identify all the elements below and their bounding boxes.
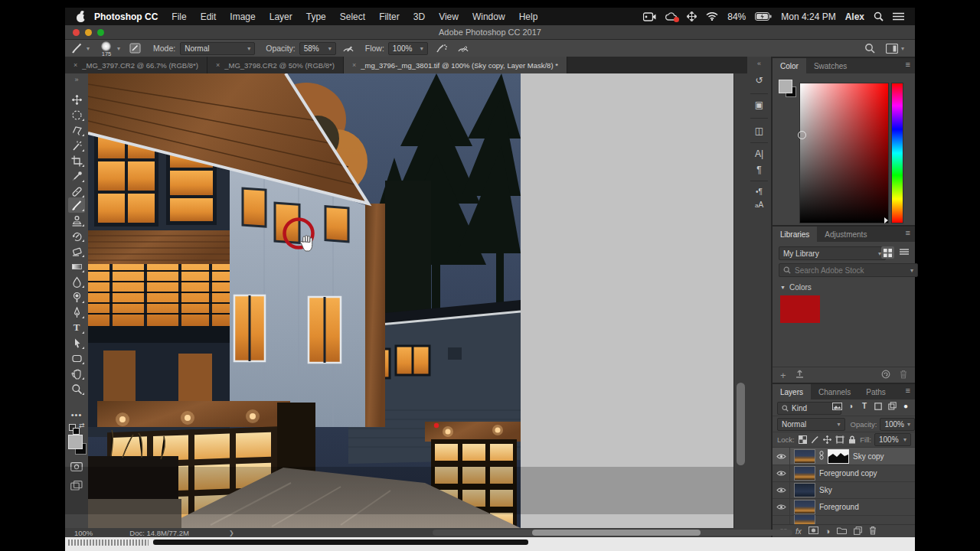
tab-color[interactable]: Color [773,58,806,73]
hand-tool[interactable] [68,366,85,381]
move-cross-icon[interactable] [687,11,697,21]
layer-opacity-select[interactable]: 100%▾ [880,418,915,431]
layer-mask-thumbnail[interactable] [828,449,849,464]
tab-paths[interactable]: Paths [858,384,893,399]
color-picker-selector[interactable] [798,131,806,139]
tab-close-icon[interactable]: × [74,61,77,69]
menu-user[interactable]: Alex [845,11,864,22]
lock-transparency-icon[interactable] [797,435,809,444]
document-tab-2[interactable]: ×_MG_3798.CR2 @ 50% (RGB/8*) [207,57,344,73]
delete-library-item-icon[interactable] [900,370,907,381]
paragraph-panel-icon[interactable]: ¶ [747,165,771,175]
panel-menu-icon[interactable]: ≡ [906,58,915,73]
new-adjustment-layer-icon[interactable]: ◑ [825,527,831,536]
delete-layer-icon[interactable] [869,526,877,536]
add-layer-mask-icon[interactable] [808,527,818,536]
layer-thumbnail[interactable] [794,500,815,514]
menu-item-file[interactable]: File [165,11,193,22]
swap-colors-icon[interactable]: ⇄ [79,422,85,429]
lock-artboard-icon[interactable] [834,435,846,444]
canvas-horizontal-scrollbar[interactable] [433,530,792,536]
pen-pressure-size-icon[interactable] [457,43,469,54]
filter-adjustment-icon[interactable]: ◑ [844,402,857,410]
tab-layers[interactable]: Layers [773,384,811,399]
list-view-icon[interactable] [897,246,910,259]
clone-stamp-tool[interactable] [68,213,85,228]
visibility-eye-icon[interactable] [773,448,790,465]
layer-row-sky-copy[interactable]: Sky copy [773,448,915,465]
tab-adjustments[interactable]: Adjustments [817,227,874,242]
menu-item-3d[interactable]: 3D [407,11,432,22]
filter-toggle-icon[interactable]: ● [900,402,912,410]
apple-menu-icon[interactable] [76,11,86,22]
hue-strip[interactable] [891,83,903,223]
brush-preset-picker[interactable]: 175 [99,41,114,56]
filter-type-icon[interactable]: T [858,402,871,410]
fill-select[interactable]: 100%▾ [874,433,911,446]
menu-clock[interactable]: Mon 4:24 PM [781,11,835,22]
eraser-tool[interactable] [68,243,85,259]
layer-row-partial[interactable] [773,515,915,524]
horizontal-scrollbar-thumb[interactable] [532,530,701,536]
layer-mask-link-icon[interactable] [819,451,824,461]
status-chevron-icon[interactable]: ❯ [229,530,234,536]
menu-item-filter[interactable]: Filter [372,11,407,22]
wifi-icon[interactable] [706,12,718,21]
menu-item-window[interactable]: Window [466,11,512,22]
upload-library-icon[interactable] [795,370,804,380]
crop-tool[interactable] [68,153,85,168]
move-tool[interactable] [68,92,85,107]
visibility-eye-icon[interactable] [773,481,790,498]
search-icon[interactable] [864,43,875,54]
brush-picker-chevron-icon[interactable]: ▾ [117,45,120,52]
quick-selection-tool[interactable] [68,138,85,153]
screen-record-icon[interactable] [643,12,656,21]
sync-library-icon[interactable] [881,370,890,381]
color-picker-gradient[interactable] [799,83,889,223]
filter-shape-icon[interactable] [872,402,884,410]
brush-tool-selected[interactable] [68,197,85,213]
colors-section-header[interactable]: ▼Colors [780,283,812,292]
layer-row-foreground-copy[interactable]: Foreground copy [773,465,915,482]
menu-item-view[interactable]: View [432,11,466,22]
new-layer-icon[interactable] [854,527,862,536]
lasso-tool[interactable] [68,122,85,138]
visibility-eye-icon[interactable] [773,465,790,481]
grid-view-icon[interactable] [881,246,894,259]
photo-house-at-dusk[interactable] [88,73,521,528]
library-select[interactable]: My Library▾ [779,246,886,260]
screen-mode-icon[interactable] [68,478,85,493]
cloud-sync-alert-icon[interactable] [665,12,678,21]
flow-select[interactable]: 100%▾ [388,42,428,55]
path-selection-tool[interactable] [68,335,85,350]
pen-pressure-opacity-icon[interactable] [342,43,354,54]
glyphs-panel-icon[interactable]: aA [747,201,771,209]
library-search-input[interactable]: Search Adobe Stock ▾ [779,263,918,277]
document-tab-1[interactable]: ×_MG_3797.CR2 @ 66.7% (RGB/8*) [65,57,207,73]
airbrush-icon[interactable] [436,43,448,54]
add-library-item-icon[interactable]: + [780,370,786,381]
type-tool[interactable]: T [68,320,85,335]
menu-item-edit[interactable]: Edit [194,11,224,22]
tab-libraries[interactable]: Libraries [773,227,817,242]
menu-item-help[interactable]: Help [512,11,545,22]
workspace-switcher-icon[interactable]: ▾ [886,44,904,54]
marquee-tool[interactable] [68,107,85,122]
vertical-scrollbar-thumb[interactable] [737,383,745,465]
blend-mode-select[interactable]: Normal▾ [777,418,845,431]
blur-tool[interactable] [68,274,85,289]
history-icon[interactable]: ↺ [747,75,771,86]
lock-all-icon[interactable] [846,435,858,444]
menu-item-photoshop[interactable]: Photoshop CC [87,11,165,22]
tab-swatches[interactable]: Swatches [806,58,854,73]
menu-item-layer[interactable]: Layer [263,11,299,22]
zoom-level-field[interactable]: 100% [74,529,93,537]
window-title-bar[interactable]: Adobe Photoshop CC 2017 [65,25,915,40]
mode-select[interactable]: Normal▾ [180,42,255,55]
visibility-eye-icon[interactable] [773,498,790,515]
filter-smart-object-icon[interactable] [886,402,898,410]
device-preview-icon[interactable]: ▣ [747,99,771,110]
quick-mask-icon[interactable] [68,459,85,474]
pen-tool[interactable] [68,305,85,320]
panel-menu-icon[interactable]: ≡ [906,227,915,242]
